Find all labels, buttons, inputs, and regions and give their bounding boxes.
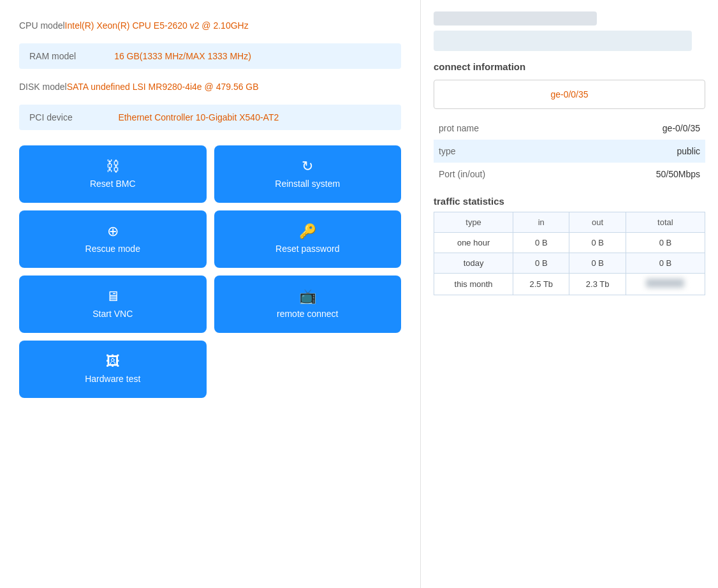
row-type-1: one hour xyxy=(434,233,513,253)
port-speed-label: Port (in/out) xyxy=(434,163,573,186)
disk-label: DISK model xyxy=(19,82,67,92)
port-name-box: ge-0/0/35 xyxy=(434,80,705,109)
row-type-3: this month xyxy=(434,274,513,295)
password-label: Reset password xyxy=(275,244,339,254)
row-total-2: 0 B xyxy=(626,253,705,274)
reset-bmc-label: Reset BMC xyxy=(90,179,136,189)
hardware-icon: 🖼 xyxy=(106,355,120,369)
remote-icon: 📺 xyxy=(299,290,316,304)
row-out-3: 2.3 Tb xyxy=(569,274,626,295)
th-in: in xyxy=(513,212,569,233)
reset-password-button[interactable]: 🔑 Reset password xyxy=(214,210,402,268)
rescue-icon: ⊕ xyxy=(107,224,119,239)
reset-bmc-button[interactable]: ⛓ Reset BMC xyxy=(19,145,207,203)
row-in-2: 0 B xyxy=(513,253,569,274)
traffic-table: type in out total one hour 0 B 0 B 0 B t… xyxy=(434,212,705,295)
th-type: type xyxy=(434,212,513,233)
vnc-label: Start VNC xyxy=(92,309,133,319)
reinstall-system-button[interactable]: ↻ Reinstall system xyxy=(214,145,402,203)
password-icon: 🔑 xyxy=(299,224,316,239)
port-speed-row: Port (in/out) 50/50Mbps xyxy=(434,163,705,186)
th-out: out xyxy=(569,212,626,233)
prot-name-value: ge-0/0/35 xyxy=(573,117,705,140)
reinstall-label: Reinstall system xyxy=(275,179,340,189)
hardware-test-button[interactable]: 🖼 Hardware test xyxy=(19,341,207,398)
traffic-header-row: type in out total xyxy=(434,212,705,233)
cpu-label: CPU model xyxy=(19,20,65,31)
start-vnc-button[interactable]: 🖥 Start VNC xyxy=(19,276,207,333)
port-speed-value: 50/50Mbps xyxy=(573,163,705,186)
hardware-label: Hardware test xyxy=(85,374,140,384)
row-out-2: 0 B xyxy=(569,253,626,274)
traffic-title: traffic statistics xyxy=(434,196,705,207)
left-panel: CPU modelIntel(R) Xeon(R) CPU E5-2620 v2… xyxy=(0,0,421,588)
th-total: total xyxy=(626,212,705,233)
connect-info-title: connect information xyxy=(434,61,705,72)
cpu-row: CPU modelIntel(R) Xeon(R) CPU E5-2620 v2… xyxy=(19,13,401,38)
row-out-1: 0 B xyxy=(569,233,626,253)
ram-label: RAM model xyxy=(29,51,76,61)
row-in-1: 0 B xyxy=(513,233,569,253)
pci-label: PCI device xyxy=(29,112,73,122)
traffic-row-one-hour: one hour 0 B 0 B 0 B xyxy=(434,233,705,253)
right-panel: connect information ge-0/0/35 prot name … xyxy=(421,0,718,588)
row-total-3 xyxy=(626,274,705,295)
blurred-top-area xyxy=(434,11,705,51)
type-label: type xyxy=(434,140,573,163)
prot-name-label: prot name xyxy=(434,117,573,140)
reinstall-icon: ↻ xyxy=(302,159,313,173)
type-row: type public xyxy=(434,140,705,163)
row-type-2: today xyxy=(434,253,513,274)
remote-label: remote connect xyxy=(277,309,339,319)
row-in-3: 2.5 Tb xyxy=(513,274,569,295)
prot-name-row: prot name ge-0/0/35 xyxy=(434,117,705,140)
type-value: public xyxy=(573,140,705,163)
disk-value: SATA undefined LSI MR9280-4i4e @ 479.56 … xyxy=(67,82,259,92)
ram-row: RAM model16 GB(1333 MHz/MAX 1333 MHz) xyxy=(19,43,401,69)
port-name-value: ge-0/0/35 xyxy=(550,89,588,99)
traffic-row-today: today 0 B 0 B 0 B xyxy=(434,253,705,274)
ram-value: 16 GB(1333 MHz/MAX 1333 MHz) xyxy=(114,51,251,61)
cpu-value: Intel(R) Xeon(R) CPU E5-2620 v2 @ 2.10GH… xyxy=(65,20,249,31)
pci-row: PCI device Ethernet Controller 10-Gigabi… xyxy=(19,105,401,130)
connect-info-table: prot name ge-0/0/35 type public Port (in… xyxy=(434,117,705,186)
rescue-mode-button[interactable]: ⊕ Rescue mode xyxy=(19,210,207,268)
rescue-label: Rescue mode xyxy=(85,244,140,254)
blurred-row-2 xyxy=(434,31,692,51)
disk-row: DISK modelSATA undefined LSI MR9280-4i4e… xyxy=(19,74,401,99)
blurred-row-1 xyxy=(434,11,597,26)
remote-connect-button[interactable]: 📺 remote connect xyxy=(214,276,402,333)
action-buttons-grid: ⛓ Reset BMC ↻ Reinstall system ⊕ Rescue … xyxy=(19,145,401,398)
vnc-icon: 🖥 xyxy=(106,290,120,304)
pci-value: Ethernet Controller 10-Gigabit X540-AT2 xyxy=(118,112,279,122)
row-total-1: 0 B xyxy=(626,233,705,253)
traffic-row-this-month: this month 2.5 Tb 2.3 Tb xyxy=(434,274,705,295)
reset-bmc-icon: ⛓ xyxy=(106,159,120,173)
